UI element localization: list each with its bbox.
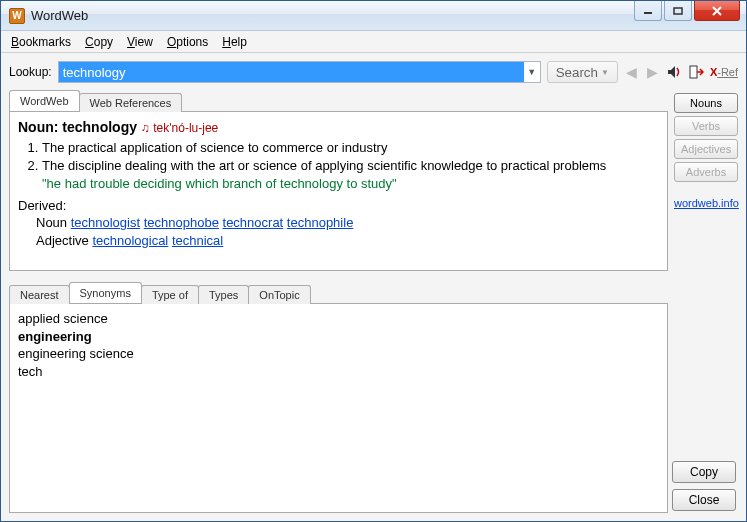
lookup-label: Lookup: [9,65,52,79]
synonym-item[interactable]: engineering [18,328,659,346]
synonym-item[interactable]: engineering science [18,345,659,363]
wordweb-info-link[interactable]: wordweb.info [674,197,738,209]
sense-text: The discipline dealing with the art or s… [42,158,606,173]
menu-options[interactable]: Options [167,35,208,49]
nav-forward-button[interactable]: ▶ [645,64,660,80]
export-icon[interactable] [688,64,704,80]
svg-rect-1 [674,8,682,14]
pos-label: Noun: [18,119,58,135]
main-tabstrip: WordWeb Web References [9,89,668,111]
menu-view[interactable]: View [127,35,153,49]
xref-button[interactable]: X-Ref [710,66,738,78]
maximize-icon [673,7,683,15]
tab-types[interactable]: Types [198,285,249,304]
body-area: Lookup: ▼ Search ▼ ◀ ▶ X-Ref WordWeb [1,53,746,521]
derived-word-link[interactable]: technocrat [223,215,284,230]
tab-type-of[interactable]: Type of [141,285,199,304]
derived-label: Derived: [18,197,659,215]
menu-bookmarks[interactable]: Bookmarks [11,35,71,49]
window-controls [634,1,746,21]
lookup-input[interactable] [59,62,524,82]
derived-word-link[interactable]: technologist [71,215,140,230]
tab-nearest[interactable]: Nearest [9,285,70,304]
derived-word-link[interactable]: technophile [287,215,354,230]
main-row: WordWeb Web References Noun: technology … [9,89,738,513]
minimize-icon [643,7,653,15]
headword: technology [62,119,137,135]
close-window-button[interactable] [694,1,740,21]
definition-pane: Noun: technology ♫ tek'nó-lu-jee The pra… [9,111,668,271]
adverbs-button[interactable]: Adverbs [674,162,738,182]
app-window: W WordWeb Bookmarks Copy View Options He… [0,0,747,522]
lookup-row: Lookup: ▼ Search ▼ ◀ ▶ X-Ref [9,61,738,83]
chevron-down-icon[interactable]: ▼ [524,67,540,77]
synonyms-pane: applied scienceengineeringengineering sc… [9,303,668,513]
adjectives-button[interactable]: Adjectives [674,139,738,159]
speak-icon[interactable] [666,64,682,80]
definition-heading: Noun: technology ♫ tek'nó-lu-jee [18,118,659,137]
audio-icon[interactable]: ♫ [141,121,150,135]
derived-word-link[interactable]: technical [172,233,223,248]
minimize-button[interactable] [634,1,662,21]
spacer [9,271,668,281]
menubar: Bookmarks Copy View Options Help [1,31,746,53]
verbs-button[interactable]: Verbs [674,116,738,136]
lookup-combo[interactable]: ▼ [58,61,541,83]
nouns-button[interactable]: Nouns [674,93,738,113]
tab-web-references[interactable]: Web References [79,93,183,112]
copy-button[interactable]: Copy [672,461,736,483]
sense-item: The practical application of science to … [42,139,659,157]
sense-example: "he had trouble deciding which branch of… [42,176,397,191]
derived-pos: Adjective [36,233,89,248]
synonym-item[interactable]: tech [18,363,659,381]
svg-rect-0 [644,12,652,14]
derived-line: Adjective technological technical [36,232,659,250]
chevron-down-icon: ▼ [601,68,609,77]
derived-line: Noun technologist technophobe technocrat… [36,214,659,232]
right-column: Nouns Verbs Adjectives Adverbs wordweb.i… [674,89,738,513]
menu-help[interactable]: Help [222,35,247,49]
search-button[interactable]: Search ▼ [547,61,618,83]
synonym-item[interactable]: applied science [18,310,659,328]
tab-wordweb[interactable]: WordWeb [9,90,80,111]
menu-copy[interactable]: Copy [85,35,113,49]
nav-back-button[interactable]: ◀ [624,64,639,80]
close-button[interactable]: Close [672,489,736,511]
app-icon: W [9,8,25,24]
sense-list: The practical application of science to … [18,139,659,193]
derived-pos: Noun [36,215,67,230]
search-button-label: Search [556,65,598,80]
maximize-button[interactable] [664,1,692,21]
window-title: WordWeb [31,8,88,23]
sense-item: The discipline dealing with the art or s… [42,157,659,192]
tab-ontopic[interactable]: OnTopic [248,285,310,304]
svg-rect-2 [690,66,697,78]
close-icon [711,6,723,16]
derived-word-link[interactable]: technological [92,233,168,248]
left-column: WordWeb Web References Noun: technology … [9,89,668,513]
pronunciation: tek'nó-lu-jee [153,121,218,135]
derived-word-link[interactable]: technophobe [144,215,219,230]
sense-text: The practical application of science to … [42,140,387,155]
bottom-buttons: Copy Close [672,461,736,511]
lower-tabstrip: Nearest Synonyms Type of Types OnTopic [9,281,668,303]
titlebar: W WordWeb [1,1,746,31]
tab-synonyms[interactable]: Synonyms [69,282,142,303]
